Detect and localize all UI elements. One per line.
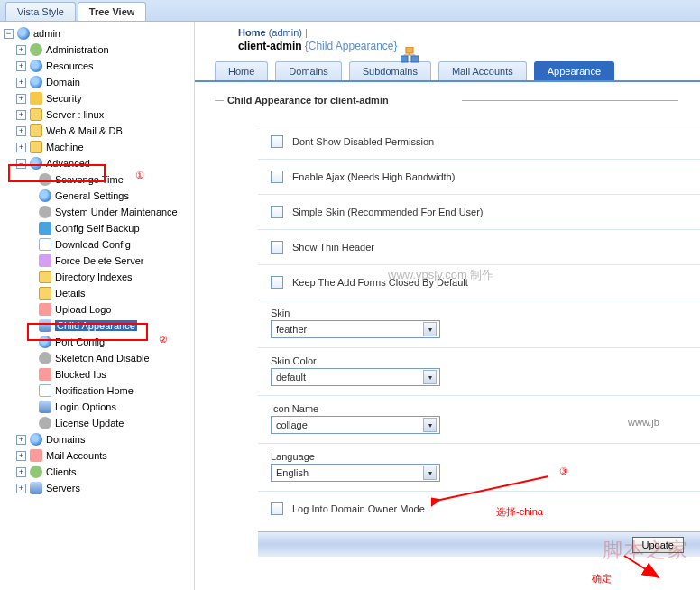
tree-login-options[interactable]: Login Options xyxy=(2,399,192,415)
user-icon xyxy=(30,43,42,56)
globe-icon xyxy=(30,433,42,446)
tree-upload-logo[interactable]: Upload Logo xyxy=(2,301,192,318)
folder-icon xyxy=(30,124,42,137)
tree-force-delete-server[interactable]: Force Delete Server xyxy=(2,253,192,269)
chk-keep-closed[interactable] xyxy=(271,276,283,289)
user-icon xyxy=(30,466,42,478)
lock-icon xyxy=(30,92,42,105)
tree-domains[interactable]: +Domains xyxy=(2,431,192,447)
chk-disabled-permission[interactable] xyxy=(271,135,283,148)
tree-license-update[interactable]: License Update xyxy=(2,415,192,431)
appearance-icon xyxy=(39,319,51,332)
folder-icon xyxy=(39,287,51,300)
field-icon-name: Icon Name collage▾ xyxy=(258,395,700,443)
row-thin-header: Show Thin Header xyxy=(258,229,700,264)
globe-icon xyxy=(39,336,51,348)
tree-directory-indexes[interactable]: Directory Indexes xyxy=(2,269,192,285)
tree-advanced[interactable]: −Advanced xyxy=(2,155,192,171)
breadcrumb-admin: (admin) xyxy=(269,27,302,38)
folder-icon xyxy=(30,141,42,153)
tree-resources[interactable]: +Resources xyxy=(2,58,192,74)
label-language: Language xyxy=(271,451,700,462)
style-tabs: Vista Style Tree View xyxy=(0,0,700,22)
tree-root[interactable]: −admin xyxy=(2,25,192,41)
globe-icon xyxy=(30,60,42,72)
tree-child-appearance[interactable]: Child Appearance xyxy=(2,318,192,334)
row-enable-ajax: Enable Ajax (Needs High Bandwidth) xyxy=(258,159,700,194)
svg-rect-2 xyxy=(411,56,419,62)
subtab-mail-accounts[interactable]: Mail Accounts xyxy=(438,61,527,80)
label-skin: Skin xyxy=(271,308,700,318)
label-skin-color: Skin Color xyxy=(271,355,700,366)
gear-icon xyxy=(39,352,51,364)
mail-icon xyxy=(30,449,42,462)
upload-icon xyxy=(39,303,51,316)
globe-icon xyxy=(30,76,42,88)
annotation-select-china: 选择-china xyxy=(496,505,543,519)
tab-tree-view[interactable]: Tree View xyxy=(78,2,147,21)
section-title: Child Appearance for client-admin xyxy=(227,95,700,106)
globe-icon xyxy=(30,157,42,170)
annotation-3: ③ xyxy=(559,466,568,477)
subtab-appearance[interactable]: Appearance xyxy=(534,61,614,80)
select-skin[interactable]: feather▾ xyxy=(271,320,440,338)
chk-thin-header[interactable] xyxy=(271,241,283,254)
chk-log-into-owner[interactable] xyxy=(271,502,283,515)
globe-icon xyxy=(17,27,30,40)
tree-download-config[interactable]: Download Config xyxy=(2,236,192,253)
tree-administration[interactable]: +Administration xyxy=(2,41,192,58)
server-icon xyxy=(30,482,42,494)
tree-skeleton-and-disable[interactable]: Skeleton And Disable xyxy=(2,350,192,366)
annotation-1: ① xyxy=(135,170,144,181)
globe-icon xyxy=(39,189,51,202)
tree-security[interactable]: +Security xyxy=(2,90,192,106)
tree-system-under-maintenance[interactable]: System Under Maintenance xyxy=(2,204,192,220)
row-disabled-permission: Dont Show Disabled Permission xyxy=(258,124,700,159)
server-icon xyxy=(39,254,51,267)
sub-tabs: Home Domains Subdomains Mail Accounts Ap… xyxy=(195,61,700,82)
annotation-confirm: 确定 xyxy=(592,572,612,585)
tree-config-self-backup[interactable]: Config Self Backup xyxy=(2,220,192,236)
tree-domain[interactable]: +Domain xyxy=(2,74,192,90)
folder-icon xyxy=(39,271,51,283)
tree-clients[interactable]: +Clients xyxy=(2,464,192,480)
row-simple-skin: Simple Skin (Recommended For End User) xyxy=(258,194,700,229)
tree-server[interactable]: +Server : linux xyxy=(2,106,192,123)
subtab-home[interactable]: Home xyxy=(215,61,268,80)
field-language: Language English▾ xyxy=(258,443,700,491)
update-button[interactable]: Update xyxy=(632,537,684,553)
annotation-2: ② xyxy=(159,334,168,346)
tree-blocked-ips[interactable]: Blocked Ips xyxy=(2,366,192,383)
form-area: Dont Show Disabled Permission Enable Aja… xyxy=(258,124,700,526)
field-skin: Skin feather▾ xyxy=(258,300,700,347)
subtab-domains[interactable]: Domains xyxy=(275,61,341,80)
gear-icon xyxy=(39,417,51,429)
chk-enable-ajax[interactable] xyxy=(271,171,283,183)
row-keep-closed: Keep The Add Forms Closed By Default xyxy=(258,264,700,300)
tree-general-settings[interactable]: General Settings xyxy=(2,188,192,204)
chevron-down-icon: ▾ xyxy=(423,418,437,432)
tree-notification-home[interactable]: Notification Home xyxy=(2,383,192,399)
tab-vista-style[interactable]: Vista Style xyxy=(5,2,76,21)
field-skin-color: Skin Color default▾ xyxy=(258,347,700,395)
breadcrumb-home[interactable]: Home xyxy=(238,27,266,38)
tree-machine[interactable]: +Machine xyxy=(2,139,192,155)
chevron-down-icon: ▾ xyxy=(423,370,437,384)
footer-bar: Update xyxy=(258,531,700,557)
tree-scavenge-time[interactable]: Scavenge Time xyxy=(2,171,192,188)
label-icon-name: Icon Name xyxy=(271,403,700,414)
login-icon xyxy=(39,401,51,413)
select-skin-color[interactable]: default▾ xyxy=(271,368,440,386)
subtab-subdomains[interactable]: Subdomains xyxy=(349,61,431,80)
page-title: client-admin {Child Appearance} xyxy=(195,40,700,52)
tree-servers[interactable]: +Servers xyxy=(2,480,192,496)
tree-details[interactable]: Details xyxy=(2,285,192,301)
select-language[interactable]: English▾ xyxy=(271,464,440,482)
org-chart-icon xyxy=(401,47,419,78)
chevron-down-icon: ▾ xyxy=(423,322,437,336)
chk-simple-skin[interactable] xyxy=(271,206,283,218)
tree-web-mail-db[interactable]: +Web & Mail & DB xyxy=(2,123,192,139)
block-icon xyxy=(39,368,51,381)
tree-mail-accounts[interactable]: +Mail Accounts xyxy=(2,447,192,464)
select-icon-name[interactable]: collage▾ xyxy=(271,416,440,434)
